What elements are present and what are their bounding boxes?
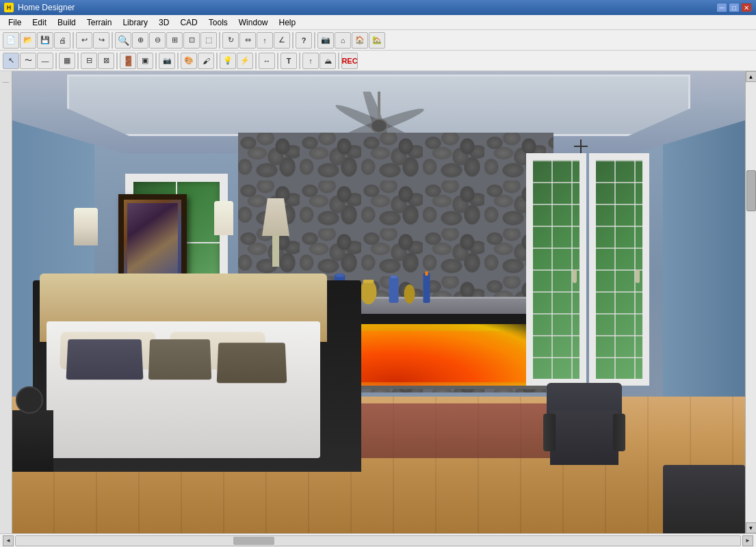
camera-3d-button[interactable]: 📷 xyxy=(159,53,175,69)
stairs-button[interactable]: ⊠ xyxy=(98,53,114,69)
window-title: Home Designer xyxy=(18,3,716,12)
house2-button[interactable]: 🏠 xyxy=(352,32,368,49)
menu-3d[interactable]: 3D xyxy=(153,16,174,29)
menu-terrain[interactable]: Terrain xyxy=(81,16,118,29)
sep10 xyxy=(177,53,179,69)
canvas-area[interactable] xyxy=(12,71,745,533)
sconce-left xyxy=(74,208,98,245)
statusbar: ◄ ► xyxy=(0,533,756,547)
fit-page-button[interactable]: ⊞ xyxy=(166,32,183,49)
new-button[interactable]: 📄 xyxy=(3,32,19,49)
bedside-clock xyxy=(16,386,43,414)
room-tool-button[interactable]: ▦ xyxy=(59,53,75,69)
house3-button[interactable]: 🏡 xyxy=(369,32,385,49)
select-tool-button[interactable]: ↖ xyxy=(3,53,19,69)
undo-button[interactable]: ↩ xyxy=(76,32,92,49)
vertical-scrollbar[interactable]: ▲ ▼ xyxy=(745,71,756,533)
up-arrow-button[interactable]: ↑ xyxy=(302,53,319,69)
door-handle-right xyxy=(636,269,640,283)
room-render xyxy=(12,71,745,533)
electrical-button[interactable]: ⚡ xyxy=(237,53,253,69)
sep5 xyxy=(314,32,315,49)
zoom-in-button[interactable]: ⊕ xyxy=(132,32,148,49)
armchair-seat xyxy=(550,410,618,465)
scroll-down-button[interactable]: ▼ xyxy=(746,522,757,533)
svg-rect-8 xyxy=(363,280,374,283)
chair-bottom-right xyxy=(663,465,745,533)
artwork-painting xyxy=(127,203,178,281)
terrain-button[interactable]: ⛰ xyxy=(320,53,336,69)
bed-cushion-3 xyxy=(217,343,287,383)
sep7 xyxy=(77,53,79,69)
sep14 xyxy=(299,53,300,69)
select-all-button[interactable]: ⬚ xyxy=(200,32,217,49)
close-button[interactable]: ✕ xyxy=(741,3,752,12)
main-area: │ xyxy=(0,71,756,533)
scroll-track-v[interactable] xyxy=(746,82,757,522)
record-button[interactable]: REC xyxy=(341,53,358,69)
svg-rect-12 xyxy=(423,273,430,303)
cabinet-button[interactable]: ⊟ xyxy=(81,53,97,69)
menu-tools[interactable]: Tools xyxy=(203,16,233,29)
svg-point-7 xyxy=(361,280,377,304)
menu-cad[interactable]: CAD xyxy=(174,16,203,29)
camera-button[interactable]: 📷 xyxy=(317,32,334,49)
sep12 xyxy=(255,53,257,69)
save-button[interactable]: 💾 xyxy=(37,32,53,49)
scroll-thumb-h[interactable] xyxy=(233,537,274,545)
left-strip-label: │ xyxy=(3,81,9,84)
scroll-thumb-v[interactable] xyxy=(746,170,756,211)
house1-button[interactable]: ⌂ xyxy=(335,32,351,49)
svg-rect-6 xyxy=(336,274,344,277)
sep11 xyxy=(216,53,218,69)
polyline-tool-button[interactable]: 〜 xyxy=(20,53,36,69)
svg-point-11 xyxy=(404,284,415,304)
line-tool-button[interactable]: — xyxy=(37,53,53,69)
zoom-out-button[interactable]: ⊖ xyxy=(149,32,166,49)
angle-button[interactable]: ∠ xyxy=(274,32,290,49)
scroll-left-button[interactable]: ◄ xyxy=(3,535,14,546)
open-button[interactable]: 📂 xyxy=(20,32,36,49)
door-button[interactable]: 🚪 xyxy=(120,53,136,69)
materials-button[interactable]: 🎨 xyxy=(181,53,197,69)
lights-button[interactable]: 💡 xyxy=(220,53,236,69)
menu-help[interactable]: Help xyxy=(273,16,301,29)
maximize-button[interactable]: □ xyxy=(729,3,740,12)
door-handle-left xyxy=(573,269,577,283)
up-button[interactable]: ↑ xyxy=(257,32,273,49)
toolbar1: 📄 📂 💾 🖨 ↩ ↪ 🔍 ⊕ ⊖ ⊞ ⊡ ⬚ ↻ ⇔ ↑ ∠ ? 📷 ⌂ 🏠 … xyxy=(0,30,756,51)
text-button[interactable]: T xyxy=(281,53,297,69)
dimensions-button[interactable]: ↔ xyxy=(259,53,275,69)
redo-button[interactable]: ↪ xyxy=(93,32,109,49)
menu-edit[interactable]: Edit xyxy=(27,16,52,29)
sep3 xyxy=(219,32,220,49)
zoom-in-area-button[interactable]: 🔍 xyxy=(115,32,131,49)
menu-library[interactable]: Library xyxy=(117,16,153,29)
menu-build[interactable]: Build xyxy=(52,16,81,29)
bed-cushion-1 xyxy=(66,339,144,379)
horizontal-scrollbar[interactable] xyxy=(15,535,741,546)
sep4 xyxy=(292,32,294,49)
toolbar2: ↖ 〜 — ▦ ⊟ ⊠ 🚪 ▣ 📷 🎨 🖌 💡 ⚡ ↔ T ↑ ⛰ REC xyxy=(0,51,756,71)
rotate-button[interactable]: ↻ xyxy=(222,32,239,49)
floor-lamp xyxy=(259,198,293,267)
scroll-up-button[interactable]: ▲ xyxy=(746,71,757,82)
menubar: File Edit Build Terrain Library 3D CAD T… xyxy=(0,15,756,30)
left-strip: │ xyxy=(0,71,12,533)
minimize-button[interactable]: ─ xyxy=(716,3,727,12)
window-button[interactable]: ▣ xyxy=(137,53,153,69)
bed-cushion-2 xyxy=(148,339,211,379)
window-controls: ─ □ ✕ xyxy=(716,3,752,12)
print-button[interactable]: 🖨 xyxy=(54,32,70,49)
extend-button[interactable]: ⊡ xyxy=(183,32,200,49)
armchair-arm-right xyxy=(613,414,625,451)
sep13 xyxy=(277,53,278,69)
mirror-button[interactable]: ⇔ xyxy=(239,32,256,49)
scroll-right-button[interactable]: ► xyxy=(742,535,753,546)
lamp-shade xyxy=(262,198,289,236)
menu-window[interactable]: Window xyxy=(233,16,274,29)
paint-button[interactable]: 🖌 xyxy=(198,53,214,69)
menu-file[interactable]: File xyxy=(3,16,27,29)
french-door-left xyxy=(526,153,586,386)
help-button[interactable]: ? xyxy=(296,32,312,49)
